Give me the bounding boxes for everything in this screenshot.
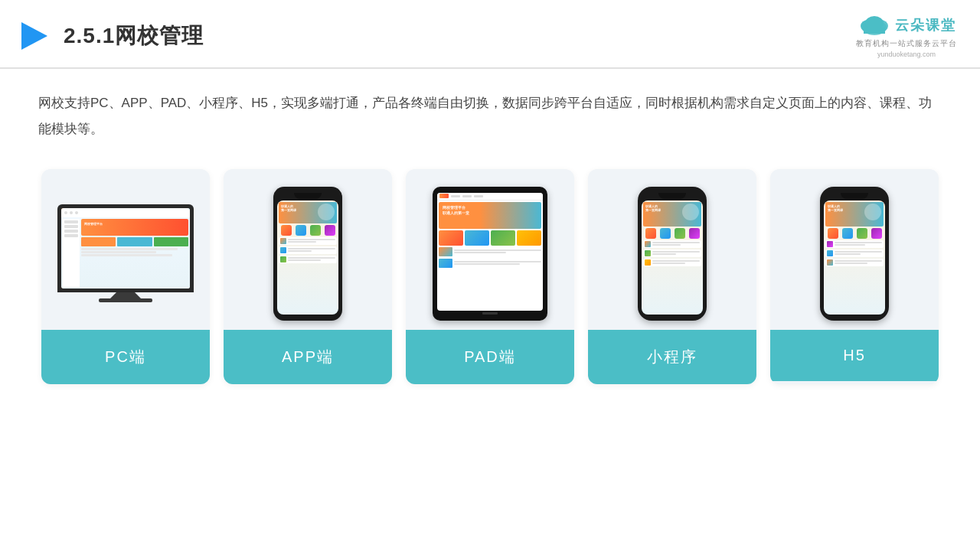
app-image-area: 职通人的第一堂网课 — [224, 169, 392, 330]
play-icon — [15, 18, 52, 54]
card-h5-label: H5 — [770, 330, 939, 381]
page-title: 2.5.1网校管理 — [64, 21, 204, 51]
card-h5: 职通人的第一堂网课 — [770, 169, 939, 384]
cloud-logo-icon — [858, 14, 891, 37]
card-pc-label: PC端 — [41, 330, 210, 384]
pc-screen-inner: 网校管理平台 — [61, 208, 190, 289]
card-app-label: APP端 — [224, 330, 392, 384]
svg-rect-5 — [864, 28, 885, 34]
logo-name: 云朵课堂 — [895, 16, 956, 34]
pc-base — [99, 298, 152, 302]
tablet-home-bar — [482, 312, 498, 315]
logo-tagline: 教育机构一站式服务云平台 — [856, 38, 957, 49]
h5-image-area: 职通人的第一堂网课 — [770, 169, 939, 330]
miniprogram-screen: 职通人的第一堂网课 — [642, 201, 703, 315]
h5-screen: 职通人的第一堂网课 — [824, 201, 885, 315]
pc-screen-outer: 网校管理平台 — [57, 204, 194, 292]
card-miniprogram: 职通人的第一堂网课 — [588, 169, 756, 384]
card-miniprogram-label: 小程序 — [588, 330, 756, 384]
mini-phone-notch — [658, 193, 686, 199]
pc-mockup: 网校管理平台 — [55, 204, 197, 302]
header: 2.5.1网校管理 云朵课堂 教育机构一站式服务云平台 yunduoketang… — [0, 0, 980, 69]
card-app: 职通人的第一堂网课 — [224, 169, 392, 384]
cards-grid: 网校管理平台 — [38, 169, 942, 384]
app-screen: 职通人的第一堂网课 — [277, 201, 338, 315]
description-text: 网校支持PC、APP、PAD、小程序、H5，实现多端打通，产品各终端自由切换，数… — [38, 90, 942, 142]
card-pad-label: PAD端 — [406, 330, 574, 384]
tablet-screen: 网校管理平台职通人的第一堂 — [437, 193, 543, 311]
miniprogram-image-area: 职通人的第一堂网课 — [588, 169, 756, 330]
card-pc: 网校管理平台 — [41, 169, 210, 384]
app-phone-mockup: 职通人的第一堂网课 — [273, 187, 342, 321]
h5-phone-notch — [841, 193, 868, 199]
logo-area: 云朵课堂 教育机构一站式服务云平台 yunduoketang.com — [856, 14, 957, 58]
h5-phone-mockup: 职通人的第一堂网课 — [820, 187, 889, 321]
logo-url: yunduoketang.com — [877, 51, 936, 58]
pc-image-area: 网校管理平台 — [41, 169, 210, 330]
pc-stand — [110, 292, 141, 298]
pad-image-area: 网校管理平台职通人的第一堂 — [406, 169, 574, 330]
logo-cloud: 云朵课堂 — [858, 14, 956, 37]
tablet-mockup: 网校管理平台职通人的第一堂 — [433, 187, 547, 321]
card-pad: 网校管理平台职通人的第一堂 — [406, 169, 574, 384]
header-left: 2.5.1网校管理 — [15, 18, 204, 54]
phone-notch — [294, 193, 322, 199]
miniprogram-phone-mockup: 职通人的第一堂网课 — [638, 187, 707, 321]
main-content: 网校支持PC、APP、PAD、小程序、H5，实现多端打通，产品各终端自由切换，数… — [0, 69, 980, 399]
svg-marker-0 — [21, 22, 47, 50]
